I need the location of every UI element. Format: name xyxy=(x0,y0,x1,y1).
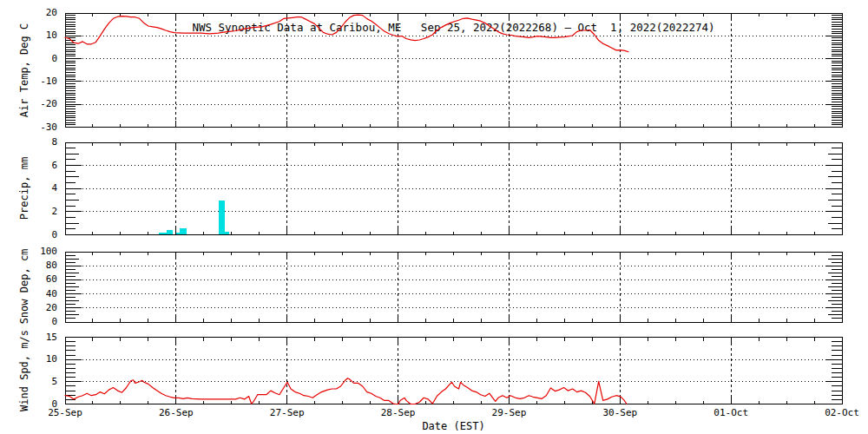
synoptic-chart: NWS Synoptic Data at Caribou, ME Sep 25,… xyxy=(0,0,868,434)
plot-canvas xyxy=(0,0,868,434)
